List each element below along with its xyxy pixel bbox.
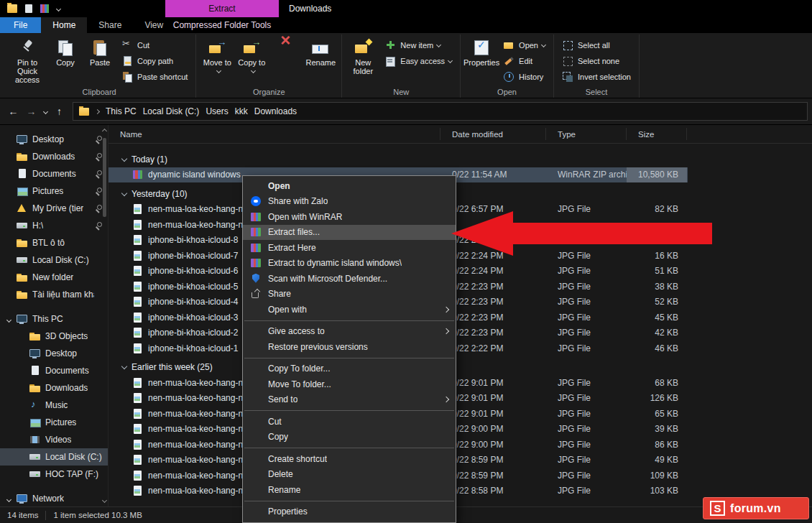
sidebar-item[interactable]: Network	[0, 490, 108, 506]
easy-access-button[interactable]: Easy access	[380, 53, 456, 68]
sidebar-item[interactable]: My Drive (tier	[0, 200, 108, 217]
invert-selection-button[interactable]: Invert selection	[558, 69, 635, 84]
tab-share[interactable]: Share	[87, 17, 133, 33]
sidebar-item[interactable]: BTL ô tô	[0, 234, 108, 251]
breadcrumb-bar[interactable]: This PC Local Disk (C:) Users kk	[73, 102, 808, 121]
breadcrumb-item[interactable]: This PC	[106, 106, 137, 116]
context-menu-item[interactable]: Move To folder...	[243, 376, 456, 392]
up-button[interactable]: ↑	[50, 106, 68, 117]
sidebar-item[interactable]: Documents	[0, 362, 108, 379]
context-menu-item[interactable]: Extract files...	[243, 225, 456, 241]
qat-archive-icon[interactable]	[40, 4, 49, 13]
sidebar-scrollbar[interactable]	[101, 129, 108, 502]
sidebar-item[interactable]: H:\	[0, 217, 108, 234]
tab-home[interactable]: Home	[41, 17, 87, 33]
sidebar-item[interactable]: Documents	[0, 165, 108, 182]
cut-button[interactable]: Cut	[117, 37, 192, 52]
new-folder-button[interactable]: New folder	[346, 35, 380, 83]
back-button[interactable]: ←	[4, 106, 22, 117]
sidebar-item[interactable]: Pictures	[0, 414, 108, 431]
rename-button[interactable]: Rename	[303, 35, 338, 83]
context-menu-item[interactable]: Give access to	[243, 324, 456, 340]
sidebar-item[interactable]: Desktop	[0, 345, 108, 362]
history-button[interactable]: History	[499, 69, 550, 84]
context-menu-item[interactable]: Open with WinRAR	[243, 209, 456, 225]
context-menu-item[interactable]: Share with Zalo	[243, 194, 456, 210]
sidebar-item[interactable]: Local Disk (C:)	[0, 251, 108, 269]
recent-locations-chevron-icon[interactable]	[40, 110, 50, 114]
sidebar-item[interactable]: Downloads	[0, 148, 108, 165]
expander-chevron-icon[interactable]	[7, 494, 16, 504]
column-header-type[interactable]: Type	[546, 128, 627, 140]
expander-chevron-icon[interactable]	[7, 314, 16, 324]
context-menu-item[interactable]: Restore previous versions	[243, 339, 456, 355]
sidebar-item[interactable]: New folder	[0, 269, 108, 286]
context-menu-item[interactable]: Share	[243, 287, 456, 302]
new-item-button[interactable]: New item	[380, 37, 456, 52]
qat-customize-chevron-icon[interactable]	[56, 6, 61, 11]
paste-shortcut-button[interactable]: Paste shortcut	[117, 69, 192, 84]
pin-to-quick-access-button[interactable]: Pin to Quick access	[6, 35, 48, 85]
scroll-up-icon[interactable]	[101, 129, 106, 134]
breadcrumb-item[interactable]: Local Disk (C:)	[143, 106, 200, 116]
context-menu-item[interactable]: Delete	[243, 467, 456, 483]
context-menu-item[interactable]: Send to	[243, 392, 456, 408]
scroll-down-icon[interactable]	[101, 498, 106, 503]
sidebar-item[interactable]: Pictures	[0, 182, 108, 200]
column-header-name[interactable]: Name	[109, 128, 440, 140]
file-row[interactable]: Today (1)	[109, 152, 688, 167]
menu-item-label: Extract to dynamic island windows\	[268, 258, 402, 268]
menu-item-label: Open with WinRAR	[268, 212, 342, 222]
sidebar-item[interactable]: Downloads	[0, 379, 108, 397]
scrollbar-thumb[interactable]	[103, 138, 106, 217]
sidebar-item[interactable]: Music	[0, 397, 108, 414]
context-menu-item[interactable]: Copy To folder...	[243, 361, 456, 377]
file-size: 39 KB	[627, 422, 687, 438]
open-button[interactable]: Open	[499, 37, 550, 52]
select-none-button[interactable]: Select none	[558, 53, 635, 68]
breadcrumb-item[interactable]: kkk	[235, 106, 248, 116]
context-menu-item[interactable]: Extract Here	[243, 240, 456, 256]
context-menu-item[interactable]: Rename	[243, 482, 456, 498]
file-type: JPG File	[546, 325, 627, 341]
context-menu-item	[244, 358, 454, 358]
sidebar-item[interactable]: Local Disk (C:)	[0, 448, 108, 466]
sidebar-item[interactable]: Desktop	[0, 131, 108, 148]
context-menu-item[interactable]: Create shortcut	[243, 451, 456, 467]
qat-file-icon[interactable]	[25, 4, 32, 13]
file-name: nen-mua-loa-keo-hang-n	[148, 220, 243, 230]
move-to-button[interactable]: Move to	[200, 35, 234, 83]
contextual-tab-header-extract[interactable]: Extract	[165, 0, 279, 17]
copy-path-button[interactable]: Copy path	[117, 53, 192, 68]
delete-button[interactable]	[269, 35, 303, 83]
select-all-button[interactable]: Select all	[558, 37, 635, 52]
tab-compressed-folder-tools[interactable]: Compressed Folder Tools	[165, 17, 279, 33]
column-header-size[interactable]: Size	[627, 128, 687, 140]
properties-label: Properties	[463, 58, 499, 67]
sidebar-item[interactable]: Tài liệu tham khả	[0, 286, 108, 303]
breadcrumb-item[interactable]: Users	[206, 106, 228, 116]
tab-file[interactable]: File	[0, 17, 41, 33]
context-menu-item[interactable]: Cut	[243, 414, 456, 430]
context-menu-item[interactable]: Copy	[243, 430, 456, 445]
context-menu-item[interactable]: Scan with Microsoft Defender...	[243, 271, 456, 287]
sidebar-item[interactable]: This PC	[0, 310, 108, 328]
paste-button[interactable]: Paste	[83, 35, 117, 83]
file-date-modified: 0/22 8:58 PM	[440, 483, 546, 499]
sidebar-item[interactable]: Videos	[0, 431, 108, 448]
context-menu-item[interactable]: Extract to dynamic island windows\	[243, 256, 456, 272]
forward-button[interactable]: →	[22, 106, 40, 117]
edit-button[interactable]: Edit	[499, 53, 550, 68]
context-menu-item[interactable]: Open	[243, 178, 456, 194]
sidebar-item[interactable]: HOC TAP (F:)	[0, 466, 108, 483]
context-menu-item[interactable]: Properties	[243, 504, 456, 520]
breadcrumb-item[interactable]: Downloads	[254, 106, 297, 116]
properties-button[interactable]: Properties	[464, 35, 499, 83]
copy-to-button[interactable]: Copy to	[234, 35, 269, 83]
sidebar-item[interactable]: 3D Objects	[0, 328, 108, 345]
context-menu-item[interactable]: Open with	[243, 302, 456, 318]
copy-button[interactable]: Copy	[48, 35, 83, 83]
sidebar-item-icon	[16, 168, 28, 180]
column-header-date-modified[interactable]: Date modified	[440, 128, 546, 140]
file-date-modified	[440, 186, 546, 202]
